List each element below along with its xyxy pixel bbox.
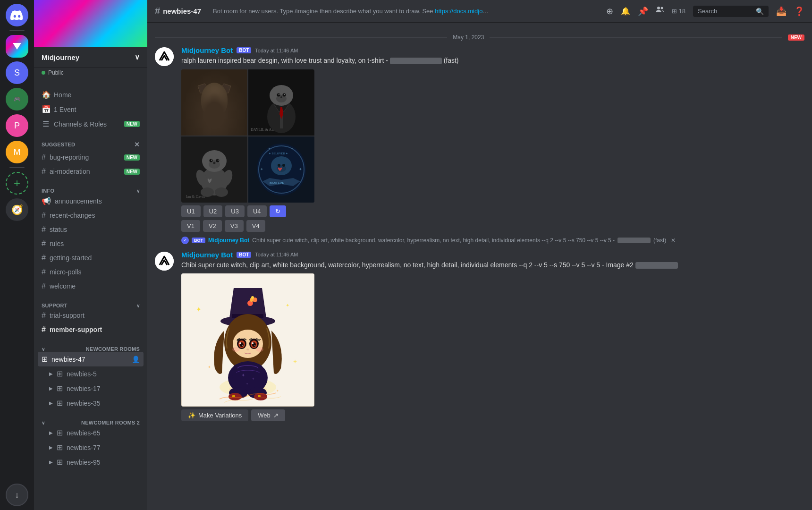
svg-text:✦: ✦: [276, 389, 279, 392]
search-bar[interactable]: Search 🔍: [693, 6, 769, 17]
witch-image[interactable]: ✦ ✦ ✦: [181, 273, 314, 407]
guild-icon-home[interactable]: [6, 4, 28, 26]
threads-icon[interactable]: ⊕: [606, 6, 613, 17]
variation-button-v3[interactable]: V3: [225, 220, 244, 232]
pin-icon[interactable]: 📌: [638, 6, 648, 17]
sidebar-item-newbies-77[interactable]: ▶ ⊞ newbies-77: [38, 440, 144, 455]
sidebar-item-micro-polls[interactable]: # micro-polls: [38, 265, 144, 279]
search-icon: 🔍: [756, 8, 764, 15]
svg-text:THE BEAR: THE BEAR: [205, 110, 217, 112]
inbox-icon[interactable]: 📥: [776, 6, 787, 17]
sidebar-item-status[interactable]: # status: [38, 222, 144, 237]
sidebar-item-label: micro-polls: [50, 268, 82, 276]
info-collapse-icon[interactable]: ∨: [136, 188, 140, 194]
support-collapse-icon[interactable]: ∨: [136, 303, 140, 308]
svg-text:✦: ✦: [286, 303, 289, 308]
messages-area[interactable]: May 1, 2023 NEW Midjourney Bot BOT Today…: [147, 23, 812, 510]
channel-link[interactable]: https://docs.midjourney.com/: [435, 8, 490, 15]
guild-separator-2: [9, 167, 25, 168]
svg-text:✦ BELOVED ✦: ✦ BELOVED ✦: [269, 152, 288, 155]
svg-point-27: [280, 96, 282, 98]
refresh-button[interactable]: ↻: [270, 205, 286, 217]
svg-point-86: [246, 348, 249, 350]
make-variations-button[interactable]: ✨ Make Variations: [181, 409, 248, 421]
new-badge: NEW: [124, 154, 140, 161]
svg-point-11: [208, 92, 221, 94]
newcomer2-collapse-icon[interactable]: ∨: [42, 420, 45, 425]
newcomer-collapse-icon[interactable]: ∨: [42, 347, 45, 352]
announcements-icon: 📢: [42, 196, 51, 205]
sidebar-item-trial-support[interactable]: # trial-support: [38, 308, 144, 323]
help-icon[interactable]: ❓: [794, 6, 804, 17]
sidebar-item-member-support[interactable]: # member-support: [38, 323, 144, 337]
upscale-button-u3[interactable]: U3: [225, 205, 245, 217]
sidebar-item-newbies-95[interactable]: ▶ ⊞ newbies-95: [38, 455, 144, 469]
svg-point-8: [211, 97, 213, 99]
guild-icon-5[interactable]: M: [6, 141, 28, 163]
guild-icon-2[interactable]: S: [6, 61, 28, 84]
guild-icon-midjourney[interactable]: [6, 35, 28, 58]
guild-icon-download[interactable]: ↓: [6, 484, 28, 506]
guild-icon-4[interactable]: P: [6, 114, 28, 137]
sidebar-item-bug-reporting[interactable]: # bug-reporting NEW: [38, 150, 144, 164]
sidebar-item-label: Channels & Roles: [54, 120, 107, 128]
svg-point-39: [210, 159, 213, 162]
sidebar-item-label: newbies-77: [67, 444, 101, 451]
sidebar-item-newbies-5[interactable]: ▶ ⊞ newbies-5: [38, 366, 144, 381]
sidebar-item-label: bug-reporting: [50, 153, 89, 161]
suggested-label: SUGGESTED: [42, 142, 75, 147]
svg-point-40: [216, 159, 220, 162]
sidebar-item-newbies-65[interactable]: ▶ ⊞ newbies-65: [38, 425, 144, 440]
upscale-button-u2[interactable]: U2: [203, 205, 223, 217]
notifications-icon[interactable]: 🔔: [621, 7, 630, 16]
info-header[interactable]: INFO ∨: [38, 188, 144, 194]
sidebar-item-channels-roles[interactable]: ☰ Channels & Roles NEW: [38, 117, 144, 131]
svg-text:✦: ✦: [241, 373, 245, 378]
server-name: Midjourney: [42, 53, 79, 61]
svg-point-4: [207, 93, 221, 105]
upscale-button-u1[interactable]: U1: [181, 205, 201, 217]
bear-image-2[interactable]: DAYLIL & ALERY: [248, 69, 314, 136]
support-header[interactable]: SUPPORT ∨: [38, 303, 144, 308]
bear-image-3[interactable]: Ian & David: [181, 136, 247, 203]
guild-icon-3[interactable]: 🎮: [6, 88, 28, 110]
svg-point-31: [201, 187, 214, 197]
sidebar-item-home[interactable]: 🏠 Home: [38, 87, 144, 102]
suggested-header[interactable]: SUGGESTED ✕: [38, 141, 144, 148]
sparkle-icon: ✨: [188, 412, 195, 419]
close-suggested-icon[interactable]: ✕: [134, 141, 140, 148]
bear-image-1[interactable]: THE BEAR COLLECTION: [181, 69, 247, 136]
sidebar-item-rules[interactable]: # rules: [38, 237, 144, 251]
svg-point-25: [279, 94, 279, 95]
sidebar-item-recent-changes[interactable]: # recent-changes: [38, 208, 144, 222]
bear-image-grid[interactable]: THE BEAR COLLECTION DAYLIL & ALERY: [181, 69, 314, 203]
message-author-bot-2: Midjourney Bot: [181, 251, 233, 259]
guild-icon-explore[interactable]: 🧭: [6, 198, 28, 221]
newcomer2-header[interactable]: ∨ NEWCOMER ROOMS 2: [38, 420, 144, 425]
variation-button-v2[interactable]: V2: [203, 220, 222, 232]
variation-button-v4[interactable]: V4: [246, 220, 265, 232]
variation-button-v1[interactable]: V1: [181, 220, 200, 232]
sidebar-item-events[interactable]: 📅 1 Event: [38, 102, 144, 117]
sidebar-item-welcome[interactable]: # welcome: [38, 279, 144, 293]
server-header[interactable]: Midjourney ∨: [34, 47, 147, 68]
newcomer-header[interactable]: ∨ NEWCOMER ROOMS: [38, 346, 144, 352]
sidebar-item-newbies-35[interactable]: ▶ ⊞ newbies-35: [38, 396, 144, 410]
sidebar-item-announcements[interactable]: 📢 announcements: [38, 194, 144, 208]
channel-desc-text: Bot room for new users. Type /imagine th…: [213, 8, 433, 15]
sidebar-item-ai-moderation[interactable]: # ai-moderation NEW: [38, 164, 144, 178]
sidebar-item-newbies-17[interactable]: ▶ ⊞ newbies-17: [38, 381, 144, 396]
guild-icon-add[interactable]: +: [6, 172, 28, 195]
message-bear-text: ralph lauren inspired bear desgin, with …: [181, 56, 804, 66]
bear-image-4[interactable]: ✦ ✦ ✦ ✦: [248, 136, 314, 203]
guilds-bar: S 🎮 P M + 🧭 ↓: [0, 0, 34, 510]
context-close-icon[interactable]: ✕: [671, 237, 676, 244]
sidebar-item-newbies-47[interactable]: ⊞ newbies-47 👤: [38, 352, 144, 366]
members-icon[interactable]: [656, 6, 664, 17]
svg-point-84: [242, 345, 243, 346]
web-button[interactable]: Web ↗: [251, 409, 285, 421]
svg-point-88: [256, 347, 263, 352]
upscale-button-u4[interactable]: U4: [247, 205, 267, 217]
svg-rect-12: [211, 86, 218, 94]
sidebar-item-getting-started[interactable]: # getting-started: [38, 251, 144, 265]
